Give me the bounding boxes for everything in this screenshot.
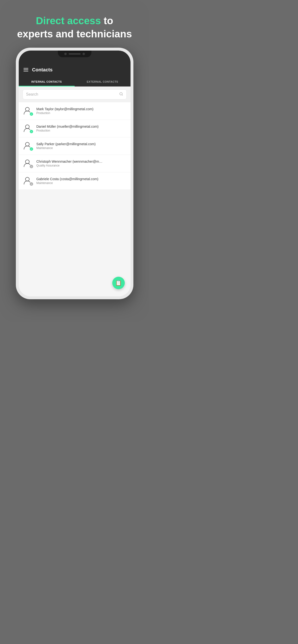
search-box[interactable]: Search [23,89,127,100]
status-badge-online-3: ✓ [29,147,34,151]
phone-mockup: Contacts INTERNAL CONTACTS EXTERNAL CONT… [16,48,133,299]
contact-dept-5: Maintenance [37,181,127,185]
status-badge-offline-5: ⊘ [29,182,34,186]
svg-point-2 [26,107,29,111]
svg-line-1 [122,95,123,95]
headline-accent: Direct access [36,15,101,26]
search-placeholder: Search [26,92,117,96]
headline: Direct access to experts and technicians [17,14,132,40]
notch [58,50,91,57]
avatar-container-5: ⊘ [23,176,33,186]
tab-external-contacts[interactable]: EXTERNAL CONTACTS [75,77,130,86]
fab-calendar-icon: 📋 [115,280,122,286]
svg-point-4 [26,142,29,146]
headline-to: to [101,15,113,26]
contact-name-4: Christoph Wennmacher (wennmacher@m… [37,160,127,164]
status-badge-online-1: ✓ [29,112,34,116]
svg-point-3 [26,125,29,129]
search-container: Search [19,86,130,102]
search-icon [119,92,123,97]
tabs-container: INTERNAL CONTACTS EXTERNAL CONTACTS [19,77,130,86]
hamburger-line-3 [24,71,28,72]
avatar-container-1: ✓ [23,106,33,116]
status-badge-online-2: ✓ [29,130,34,134]
contact-name-3: Sally Parker (parker@millingmetal.com) [37,142,127,146]
notch-speaker [69,53,81,54]
headline-line1: Direct access to [17,14,132,28]
contact-info-2: Daniel Müller (mueller@millingmetal.com)… [37,124,127,132]
contact-info-3: Sally Parker (parker@millingmetal.com) M… [37,142,127,150]
notch-camera-right [83,53,85,55]
contact-item-5[interactable]: ⊘ Gabriele Costa (costa@millingmetal.com… [19,172,130,190]
contact-dept-2: Production [37,129,127,132]
contact-item[interactable]: ✓ Mark Taylor (taylor@millingmetal.com) … [19,102,130,120]
svg-point-6 [26,177,29,181]
contact-dept-4: Quality Assurance [37,164,127,167]
headline-line2: experts and technicians [17,28,132,41]
contact-item-4[interactable]: ⊘ Christoph Wennmacher (wennmacher@m… Qu… [19,155,130,172]
contact-info-1: Mark Taylor (taylor@millingmetal.com) Pr… [37,107,127,115]
phone-notch-area [19,50,130,62]
contact-dept-1: Production [37,112,127,115]
tab-internal-contacts[interactable]: INTERNAL CONTACTS [19,77,75,86]
avatar-container-3: ✓ [23,141,33,151]
contact-item-2[interactable]: ✓ Daniel Müller (mueller@millingmetal.co… [19,120,130,137]
contact-item-3[interactable]: ✓ Sally Parker (parker@millingmetal.com)… [19,137,130,155]
app-header: Contacts [19,62,130,77]
contact-info-5: Gabriele Costa (costa@millingmetal.com) … [37,177,127,185]
hamburger-line-2 [24,70,28,70]
app-title: Contacts [32,67,53,72]
fab-button[interactable]: 📋 [112,277,125,289]
notch-camera [64,53,67,55]
phone-inner: Contacts INTERNAL CONTACTS EXTERNAL CONT… [19,50,130,296]
contact-name-5: Gabriele Costa (costa@millingmetal.com) [37,177,127,181]
hamburger-line-1 [24,68,28,68]
avatar-container-4: ⊘ [23,158,33,169]
contact-info-4: Christoph Wennmacher (wennmacher@m… Qual… [37,160,127,167]
page-background: Direct access to experts and technicians [0,0,149,322]
status-badge-offline-4: ⊘ [29,164,34,169]
contact-dept-3: Maintenance [37,146,127,150]
avatar-container-2: ✓ [23,123,33,134]
contact-name-2: Daniel Müller (mueller@millingmetal.com) [37,124,127,128]
contacts-list: ✓ Mark Taylor (taylor@millingmetal.com) … [19,102,130,296]
contact-name-1: Mark Taylor (taylor@millingmetal.com) [37,107,127,111]
svg-point-5 [26,160,29,164]
hamburger-menu-button[interactable] [24,68,28,72]
